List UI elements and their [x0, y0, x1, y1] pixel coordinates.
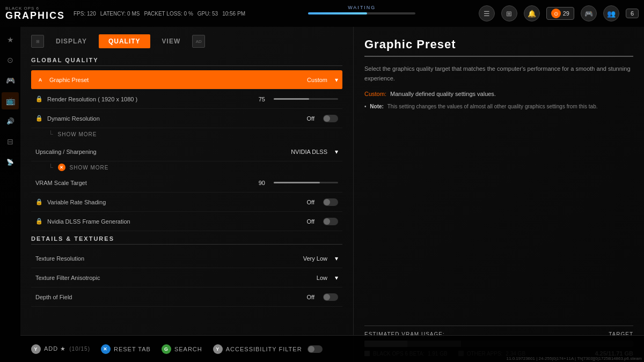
latency-stat: LATENCY: 0 MS [100, 11, 140, 17]
sidebar-icon-menu[interactable]: ⊟ [2, 133, 19, 150]
player-count-badge[interactable]: 6 [626, 9, 639, 18]
dynamic-resolution-value: Off [307, 115, 314, 122]
version-info: 11.0.19723601 | 24-255|0|174+11A | Th[73… [507, 356, 642, 361]
sidebar-icon-display[interactable]: 📺 [2, 92, 19, 109]
search-button[interactable]: G SEARCH [162, 344, 202, 354]
vram-scale-row: VRAM Scale Target 90 [31, 173, 342, 193]
dynamic-resolution-toggle[interactable] [323, 115, 338, 122]
texture-filter-label: Texture Filter Anisotropic [35, 275, 317, 281]
left-sidebar: ★ ⊙ 🎮 📺 🔊 ⊟ 📡 [0, 27, 20, 362]
dynamic-resolution-label: Dynamic Resolution [47, 115, 307, 122]
render-resolution-slider[interactable]: 75 [259, 96, 338, 102]
variable-rate-toggle[interactable] [323, 198, 338, 206]
fps-stat: FPS: 120 [74, 11, 96, 17]
depth-of-field-row: Depth of Field Off [31, 287, 342, 307]
sidebar-icon-star[interactable]: ★ [2, 31, 19, 48]
gpu-stat: GPU: 53 [197, 11, 218, 17]
show-more-2-corner-icon: └ [48, 164, 54, 171]
sidebar-icon-controller[interactable]: 🎮 [2, 72, 19, 89]
dynamic-resolution-control[interactable]: Off [307, 115, 338, 122]
variable-rate-value: Off [307, 199, 314, 205]
variable-rate-control[interactable]: Off [307, 198, 338, 206]
reset-tab-button[interactable]: ✕ RESET TAB [101, 344, 151, 354]
add-count: (10/15) [69, 346, 90, 352]
dlss-label: Nvidia DLSS Frame Generation [47, 218, 307, 225]
accessibility-toggle[interactable] [308, 345, 323, 353]
texture-resolution-row: Texture Resolution Very Low ▾ [31, 249, 342, 268]
show-more-2-label: SHOW MORE [70, 165, 109, 171]
accessibility-label: ACCESSIBILITY FILTER [226, 346, 302, 352]
people-icon[interactable]: 👥 [603, 5, 619, 21]
btn-y2-icon: Y [213, 344, 223, 354]
show-more-2[interactable]: └ ✕ SHOW MORE [31, 161, 342, 173]
sidebar-icon-circle[interactable]: ⊙ [2, 51, 19, 69]
sidebar-icon-audio[interactable]: 🔊 [2, 113, 19, 130]
custom-label: Custom: [364, 91, 386, 97]
dynamic-resolution-knob [324, 115, 330, 122]
texture-resolution-label: Texture Resolution [35, 255, 303, 262]
texture-resolution-dropdown[interactable]: Very Low ▾ [303, 255, 338, 262]
preset-custom-note: Custom: Manually defined quality setting… [364, 91, 633, 97]
add-button[interactable]: Y ADD ★ (10/15) [31, 344, 90, 354]
dlss-control[interactable]: Off [307, 218, 338, 225]
render-resolution-fill [274, 98, 309, 100]
waiting-label: WAITING [348, 5, 376, 10]
left-panel: ⊞ DISPLAY QUALITY VIEW AD GLOBAL QUALITY… [20, 27, 353, 362]
upscaling-row: Upscaling / Sharpening NVIDIA DLSS ▾ [31, 142, 342, 161]
accessibility-button[interactable]: Y ACCESSIBILITY FILTER [213, 344, 323, 354]
settings-list: A Graphic Preset Custom ▾ 🔒 Render Resol… [31, 70, 342, 362]
depth-of-field-label: Depth of Field [35, 294, 307, 300]
btn-x-icon: ✕ [101, 344, 111, 354]
menu-icon[interactable]: ☰ [479, 5, 495, 21]
controller-icon[interactable]: 🎮 [581, 5, 597, 21]
badge-btn[interactable]: ⊙ 29 [546, 7, 574, 20]
variable-rate-shading-row: 🔒 Variable Rate Shading Off [31, 193, 342, 212]
render-resolution-track[interactable] [274, 98, 338, 100]
graphic-preset-arrow: ▾ [335, 76, 338, 84]
grid-icon[interactable]: ⊞ [501, 5, 517, 21]
vram-scale-slider[interactable]: 90 [259, 180, 338, 186]
depth-of-field-toggle[interactable] [323, 293, 338, 301]
preset-description: Select the graphics quality target that … [364, 64, 633, 83]
depth-of-field-control[interactable]: Off [307, 293, 338, 301]
dynamic-resolution-row: 🔒 Dynamic Resolution Off [31, 109, 342, 128]
show-more-1[interactable]: └ SHOW MORE [31, 128, 342, 140]
note-bullet: • [364, 104, 367, 109]
bell-icon[interactable]: 🔔 [524, 5, 540, 21]
variable-rate-lock-icon: 🔒 [35, 198, 43, 205]
tab-quality[interactable]: QUALITY [99, 34, 150, 48]
depth-of-field-value: Off [307, 294, 314, 300]
tab-view[interactable]: VIEW [152, 34, 191, 48]
note-label: Note: [370, 104, 384, 109]
show-more-1-label: SHOW MORE [58, 131, 97, 137]
sidebar-icon-network[interactable]: 📡 [2, 153, 19, 171]
variable-rate-label: Variable Rate Shading [47, 199, 307, 205]
render-resolution-value: 75 [259, 96, 265, 102]
right-panel: Graphic Preset Select the graphics quali… [353, 27, 644, 362]
dlss-value: Off [307, 218, 314, 225]
logo-line2: GRAPHICS [5, 11, 65, 20]
graphic-preset-dropdown[interactable]: Custom ▾ [307, 76, 338, 84]
dlss-knob [324, 218, 330, 225]
upscaling-dropdown[interactable]: NVIDIA DLSS ▾ [291, 148, 338, 156]
tab-ad-icon[interactable]: AD [192, 35, 205, 48]
dlss-toggle[interactable] [323, 218, 338, 225]
texture-filter-dropdown[interactable]: Low ▾ [317, 274, 338, 282]
preset-note: • Note: This setting changes the values … [364, 102, 633, 110]
btn-y-icon: Y [31, 344, 41, 354]
dynamic-resolution-lock-icon: 🔒 [35, 115, 43, 122]
graphic-preset-row[interactable]: A Graphic Preset Custom ▾ [31, 70, 342, 90]
preset-panel-title: Graphic Preset [364, 38, 633, 57]
vram-scale-track[interactable] [274, 182, 338, 183]
texture-filter-arrow: ▾ [335, 274, 338, 282]
progress-bar [308, 12, 415, 14]
tab-display[interactable]: DISPLAY [46, 34, 97, 48]
upscaling-label: Upscaling / Sharpening [35, 149, 291, 155]
tab-display-icon[interactable]: ⊞ [31, 35, 44, 48]
depth-of-field-knob [324, 294, 330, 300]
stats-bar: FPS: 120 LATENCY: 0 MS PACKET LOSS: 0 % … [74, 11, 245, 17]
render-resolution-row: 🔒 Render Resolution ( 1920 x 1080 ) 75 [31, 90, 342, 109]
top-bar-right: ☰ ⊞ 🔔 ⊙ 29 🎮 👥 6 [479, 5, 639, 21]
reset-label: RESET TAB [114, 346, 151, 352]
main-content: ⊞ DISPLAY QUALITY VIEW AD GLOBAL QUALITY… [20, 27, 644, 362]
